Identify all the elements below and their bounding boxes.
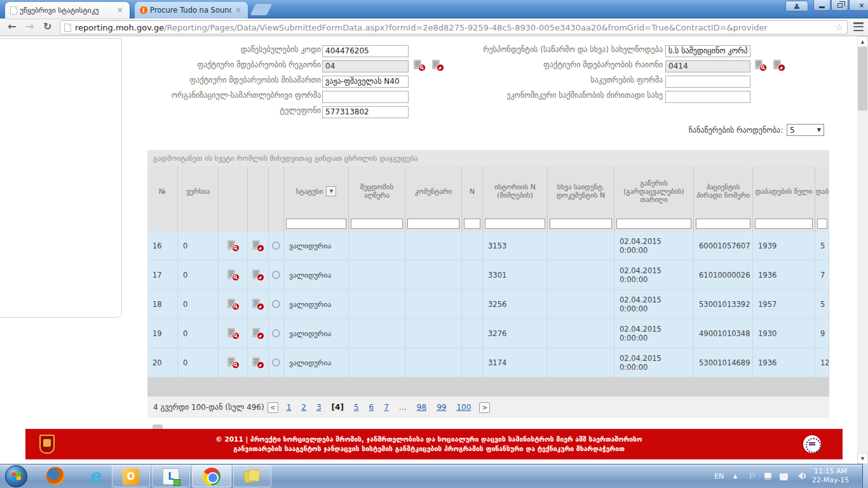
filter-n-input[interactable] (464, 219, 480, 229)
ie-taskbar-icon[interactable]: e (85, 466, 104, 485)
speaker-icon[interactable] (794, 464, 806, 488)
scroll-up-icon[interactable]: ▲ (857, 36, 868, 47)
legal-form-input[interactable] (322, 91, 409, 103)
cell-version: 0 (178, 290, 219, 319)
economic-activity-input[interactable] (665, 91, 750, 103)
field-label: ფაქტიური მდებარეობის რეგიონი (147, 59, 321, 71)
filter-error-input[interactable] (351, 219, 403, 229)
browser-menu-icon[interactable] (853, 22, 864, 31)
cell-birth-month: 7 (815, 261, 829, 290)
col-history[interactable]: ისტორიის N (მიმღების) (483, 166, 548, 216)
address-input[interactable] (322, 76, 409, 88)
firefox-taskbar-icon[interactable] (46, 466, 65, 485)
row-radio[interactable] (272, 329, 280, 337)
page-link[interactable]: 100 (456, 403, 471, 412)
close-tab-icon[interactable]: × (234, 6, 243, 15)
url-bar[interactable]: reporting.moh.gov.ge /Reporting/Pages/Da… (60, 20, 848, 34)
lookup-icon[interactable] (412, 59, 426, 72)
filter-birth-year-input[interactable] (755, 219, 813, 229)
col-other-doc[interactable]: სხვა საიდენტ. დოკუმენტის N (548, 166, 614, 216)
outlook-taskbar-button[interactable]: O (112, 465, 150, 487)
lookup-icon[interactable] (754, 59, 768, 72)
col-personal-no[interactable]: პაციენტის პირადი ნომერი (694, 166, 753, 216)
scrollbar-thumb[interactable] (858, 47, 867, 111)
notes-taskbar-button[interactable] (233, 465, 271, 487)
row-radio[interactable] (272, 271, 280, 279)
next-page-button[interactable]: > (479, 402, 490, 413)
tab-title: Procure Tudo na SoundCl (150, 6, 231, 15)
filter-other-doc-input[interactable] (550, 219, 612, 229)
minimize-button[interactable] (813, 0, 831, 11)
network-icon[interactable] (780, 464, 788, 488)
col-birth-month[interactable]: დაბ (815, 166, 829, 216)
start-button[interactable] (5, 465, 27, 487)
clear-icon[interactable] (772, 59, 786, 72)
browser-tab-active[interactable]: უწყებრივი სტატისტიკუ × (5, 2, 130, 18)
edit-record-icon[interactable] (251, 240, 265, 252)
col-comment[interactable]: კომენტარი (405, 166, 462, 216)
col-error[interactable]: შეცდომის აღწერა (349, 166, 405, 216)
col-discharge-date[interactable]: გაწერის (გარდაცვალების) თარიღი (614, 166, 694, 216)
page-link[interactable]: 3 (316, 403, 322, 412)
col-num[interactable]: № (147, 166, 178, 216)
col-birth-year[interactable]: დაბადების წელი (753, 166, 815, 216)
back-button[interactable]: ← (8, 20, 16, 32)
clear-icon[interactable] (431, 59, 445, 72)
filter-status-input[interactable] (286, 219, 346, 229)
page-link[interactable]: 99 (437, 403, 446, 412)
row-radio[interactable] (272, 300, 280, 308)
edit-record-icon[interactable] (251, 327, 265, 340)
page-link[interactable]: 7 (384, 403, 389, 412)
page-link[interactable]: 6 (369, 403, 374, 412)
view-record-icon[interactable] (226, 269, 240, 281)
records-count-select[interactable]: 5 ▼ (787, 124, 824, 136)
page-link[interactable]: 2 (301, 403, 306, 412)
table-row: 19 0 ვალიდურია 3276 02.04.2015 0:00:00 4… (147, 319, 829, 348)
close-tab-icon[interactable]: × (116, 6, 125, 15)
phone-input[interactable] (322, 106, 409, 118)
show-desktop-button[interactable] (862, 464, 868, 488)
view-record-icon[interactable] (226, 240, 240, 252)
filter-comment-input[interactable] (407, 219, 459, 229)
browser-tab-inactive[interactable]: ( Procure Tudo na SoundCl × (135, 2, 248, 18)
filter-personal-input[interactable] (696, 219, 750, 229)
view-record-icon[interactable] (226, 327, 240, 340)
system-clock[interactable]: 11:15 AM 22-May-15 (810, 464, 851, 488)
page-link[interactable]: 98 (417, 403, 426, 412)
cell-error (349, 319, 405, 348)
edit-record-icon[interactable] (251, 269, 265, 281)
filter-discharge-input[interactable] (616, 219, 691, 229)
power-plug-icon[interactable] (764, 464, 771, 488)
col-version[interactable]: ვერსია (178, 166, 219, 216)
bookmark-star-icon[interactable]: ☆ (835, 22, 843, 32)
status-filter-dropdown[interactable]: ▼ (326, 186, 336, 196)
lync-taskbar-button[interactable]: L (152, 465, 190, 487)
institution-code-input[interactable] (322, 45, 409, 57)
page-link[interactable]: 1 (287, 403, 292, 412)
edit-record-icon[interactable] (251, 356, 265, 369)
col-n[interactable]: N (462, 166, 483, 216)
restore-button[interactable] (831, 0, 848, 11)
col-status[interactable]: სტატუსი▼ (284, 166, 349, 216)
row-radio[interactable] (272, 358, 280, 367)
language-indicator[interactable]: EN (714, 464, 724, 488)
tray-expand-icon[interactable]: ▲ (733, 464, 737, 488)
action-center-flag-icon[interactable]: ⚐ (749, 464, 756, 488)
prev-page-button[interactable]: < (268, 402, 278, 413)
vertical-scrollbar[interactable]: ▲ ▼ (857, 36, 868, 464)
chrome-taskbar-button[interactable] (192, 465, 231, 487)
profile-button[interactable] (785, 1, 808, 11)
field-label: ორგანიზაციულ-სამართლებრივი ფორმა (147, 90, 321, 102)
view-record-icon[interactable] (226, 298, 240, 311)
ownership-form-input[interactable] (665, 76, 750, 88)
reload-button[interactable]: ↻ (43, 20, 51, 32)
page-link[interactable]: 5 (354, 403, 359, 412)
close-button[interactable]: × (849, 0, 868, 11)
edit-record-icon[interactable] (251, 298, 265, 311)
respondent-name-input[interactable] (665, 45, 750, 57)
scroll-down-icon[interactable]: ▼ (857, 453, 868, 464)
view-record-icon[interactable] (226, 356, 240, 369)
filter-history-input[interactable] (485, 219, 545, 229)
filter-birth-month-input[interactable] (817, 219, 827, 229)
row-radio[interactable] (272, 241, 280, 250)
